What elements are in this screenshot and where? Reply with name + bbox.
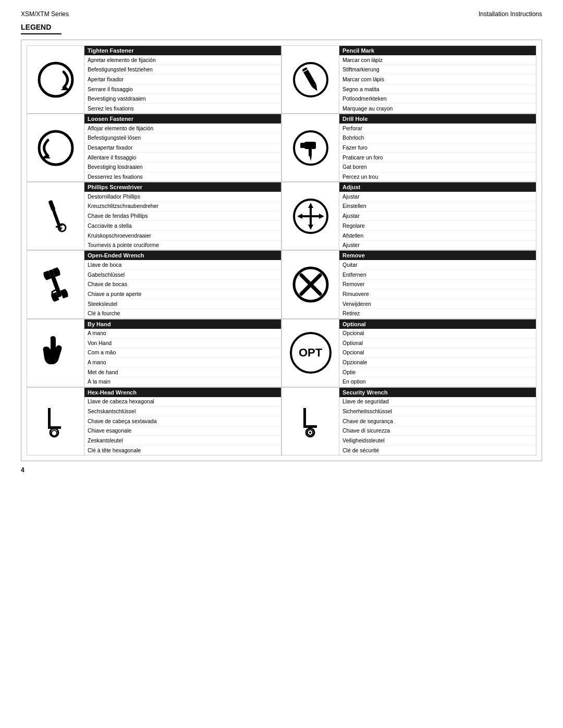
translation-tighten-fastener-0: Apretar elemento de fijación <box>84 55 281 65</box>
term-header-optional: Optional <box>339 319 536 329</box>
doc-title: Installation Instructions <box>479 10 542 18</box>
svg-rect-3 <box>302 67 316 87</box>
translation-security-wrench-4: Veiligheidssleutel <box>339 436 536 446</box>
legend-cell-open-ended-wrench: Open-Ended WrenchLlave de bocaGabelschlü… <box>27 250 282 318</box>
text-area-phillips-screwdriver: Phillips ScrewdriverDestornillador Phill… <box>84 182 281 250</box>
translation-tighten-fastener-1: Befestigungsteil festziehen <box>84 65 281 75</box>
translation-tighten-fastener-4: Bevestiging vastdraaien <box>84 94 281 104</box>
translation-open-ended-wrench-5: Clé à fourche <box>84 309 281 318</box>
svg-marker-21 <box>308 203 313 208</box>
translation-by-hand-2: Com a mão <box>84 348 281 358</box>
legend-cell-remove: RemoveQuitarEntfernenRemoverRimuovereVer… <box>282 250 536 318</box>
translation-loosen-fastener-0: Aflojar elemento de fijación <box>84 124 281 133</box>
translation-drill-hole-5: Percez un trou <box>339 172 536 182</box>
term-header-drill-hole: Drill Hole <box>339 114 536 124</box>
translation-phillips-screwdriver-5: Tournevis à pointe cruciforme <box>84 241 281 250</box>
icon-area-phillips-screwdriver: + <box>27 182 84 250</box>
svg-rect-11 <box>300 143 307 148</box>
translation-tighten-fastener-5: Serrez les fixations <box>84 104 281 113</box>
legend-cell-adjust: AdjustAjustarEinstellenAjustarRegolareAf… <box>282 182 536 250</box>
translation-security-wrench-1: Sicherheitsschlüssel <box>339 406 536 416</box>
translation-phillips-screwdriver-4: Kruiskopschroevendraaier <box>84 231 281 241</box>
translation-adjust-2: Ajustar <box>339 212 536 221</box>
translation-optional-4: Optie <box>339 367 536 377</box>
svg-text:+: + <box>60 226 63 231</box>
term-header-hex-head-wrench: Hex-Head Wrench <box>84 388 281 397</box>
icon-area-open-ended-wrench <box>27 251 84 318</box>
translation-open-ended-wrench-1: Gabelschlüssel <box>84 270 281 280</box>
translation-pencil-mark-4: Potloodmerkteken <box>339 94 536 104</box>
icon-area-loosen-fastener <box>27 114 84 181</box>
translation-hex-head-wrench-5: Clé à tête hexagonale <box>84 446 281 455</box>
text-area-adjust: AdjustAjustarEinstellenAjustarRegolareAf… <box>339 182 536 250</box>
svg-rect-10 <box>309 147 312 156</box>
translation-security-wrench-5: Clé de sécurité <box>339 446 536 455</box>
translation-pencil-mark-3: Segno a matita <box>339 84 536 94</box>
svg-point-33 <box>309 431 311 434</box>
svg-marker-22 <box>308 225 313 230</box>
translation-pencil-mark-5: Marquage au crayon <box>339 104 536 113</box>
term-header-pencil-mark: Pencil Mark <box>339 46 536 55</box>
opt-icon: OPT <box>290 332 332 374</box>
translation-drill-hole-4: Gat boren <box>339 163 536 172</box>
translation-phillips-screwdriver-0: Destornillador Phillips <box>84 192 281 202</box>
term-header-by-hand: By Hand <box>84 319 281 329</box>
translation-adjust-1: Einstellen <box>339 202 536 212</box>
translation-by-hand-5: À la main <box>84 377 281 387</box>
svg-marker-24 <box>319 214 324 219</box>
translation-optional-3: Opzionale <box>339 358 536 368</box>
translation-hex-head-wrench-1: Sechskantschlüssel <box>84 406 281 416</box>
translation-loosen-fastener-3: Allentare il fissaggio <box>84 153 281 163</box>
legend-cell-hex-head-wrench: Hex-Head WrenchLlave de cabeza hexagonal… <box>27 387 282 455</box>
icon-area-remove <box>282 251 339 318</box>
translation-drill-hole-0: Perforar <box>339 124 536 133</box>
translation-by-hand-0: A mano <box>84 329 281 339</box>
legend-cell-by-hand: By HandA manoVon HandCom a mãoA manoMet … <box>27 319 282 387</box>
svg-marker-1 <box>61 86 70 90</box>
text-area-pencil-mark: Pencil MarkMarcar con lápizStiftmarkieru… <box>339 46 536 113</box>
translation-loosen-fastener-4: Bevestiging losdraaien <box>84 163 281 172</box>
icon-area-drill-hole <box>282 114 339 181</box>
translation-tighten-fastener-3: Serrare il fissaggio <box>84 84 281 94</box>
translation-by-hand-4: Met de hand <box>84 367 281 377</box>
page-number: 4 <box>21 466 542 474</box>
translation-tighten-fastener-2: Apertar fixador <box>84 75 281 84</box>
translation-open-ended-wrench-2: Chave de bocas <box>84 280 281 290</box>
translation-drill-hole-2: Fazer furo <box>339 143 536 153</box>
icon-area-tighten-fastener <box>27 46 84 113</box>
term-header-loosen-fastener: Loosen Fastener <box>84 114 281 124</box>
translation-pencil-mark-0: Marcar con lápiz <box>339 55 536 65</box>
translation-phillips-screwdriver-2: Chave de fendas Phillips <box>84 212 281 221</box>
legend-cell-drill-hole: Drill HolePerforarBohrlochFazer furoPrat… <box>282 114 536 182</box>
page-header: XSM/XTM Series Installation Instructions <box>21 10 542 18</box>
legend-grid: Tighten FastenerApretar elemento de fija… <box>27 45 536 455</box>
legend-cell-optional: OPTOptionalOpcionalOptionalOpcionalOpzio… <box>282 319 536 387</box>
translation-security-wrench-2: Chave de segurança <box>339 416 536 426</box>
translation-pencil-mark-1: Stiftmarkierung <box>339 65 536 75</box>
translation-remove-3: Rimuovere <box>339 289 536 299</box>
translation-open-ended-wrench-0: Llave de boca <box>84 260 281 270</box>
translation-optional-0: Opcional <box>339 329 536 339</box>
translation-loosen-fastener-5: Desserrez les fixations <box>84 172 281 182</box>
translation-optional-2: Opcional <box>339 348 536 358</box>
legend-cell-phillips-screwdriver: + Phillips ScrewdriverDestornillador Phi… <box>27 182 282 250</box>
svg-rect-13 <box>52 209 60 226</box>
term-header-tighten-fastener: Tighten Fastener <box>84 46 281 55</box>
translation-pencil-mark-2: Marcar com lápis <box>339 75 536 84</box>
translation-remove-2: Remover <box>339 280 536 290</box>
text-area-loosen-fastener: Loosen FastenerAflojar elemento de fijac… <box>84 114 281 181</box>
translation-optional-1: Optional <box>339 338 536 348</box>
legend-cell-pencil-mark: Pencil MarkMarcar con lápizStiftmarkieru… <box>282 45 536 114</box>
translation-phillips-screwdriver-3: Cacciavite a stella <box>84 221 281 231</box>
text-area-optional: OptionalOpcionalOptionalOpcionalOpzional… <box>339 319 536 387</box>
term-header-phillips-screwdriver: Phillips Screwdriver <box>84 182 281 192</box>
text-area-remove: RemoveQuitarEntfernenRemoverRimuovereVer… <box>339 251 536 318</box>
translation-drill-hole-1: Bohrloch <box>339 133 536 143</box>
icon-area-by-hand <box>27 319 84 387</box>
text-area-by-hand: By HandA manoVon HandCom a mãoA manoMet … <box>84 319 281 387</box>
translation-hex-head-wrench-2: Chave de cabeça sextavada <box>84 416 281 426</box>
icon-area-optional: OPT <box>282 319 339 387</box>
translation-security-wrench-0: Llave de seguridad <box>339 397 536 407</box>
section-title: LEGEND <box>21 23 542 40</box>
translation-hex-head-wrench-3: Chiave esagonale <box>84 426 281 436</box>
